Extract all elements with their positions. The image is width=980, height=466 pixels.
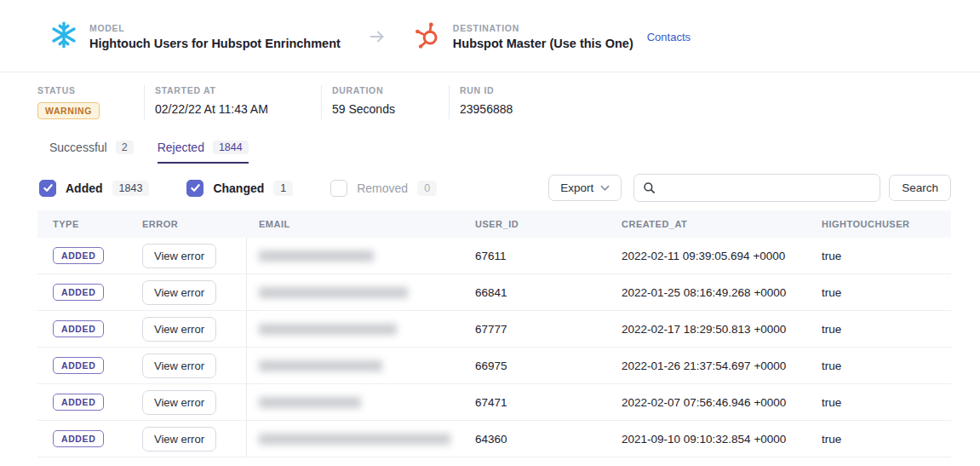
cell-user-id: 67471 [463, 396, 610, 409]
cell-hightouchuser: true [810, 250, 951, 262]
cell-hightouchuser: true [810, 360, 951, 372]
cell-created-at: 2022-02-07 07:56:46.946 +0000 [610, 396, 810, 409]
cell-hightouchuser: true [810, 433, 951, 446]
cell-created-at: 2022-01-25 08:16:49.268 +0000 [610, 286, 810, 299]
filter-added-count: 1843 [112, 181, 150, 196]
cell-user-id: 64360 [463, 433, 610, 446]
added-checkbox[interactable] [39, 180, 56, 197]
started-at-cell: STARTED AT 02/22/22 At 11:43 AM [145, 85, 322, 119]
column-header-email: EMAIL [247, 219, 463, 229]
filter-changed-label: Changed [213, 181, 264, 195]
row-type-badge: ADDED [53, 357, 104, 374]
arrow-right-icon [368, 27, 387, 46]
row-type-badge: ADDED [53, 284, 104, 301]
email-redacted [259, 434, 450, 445]
search-button[interactable]: Search [889, 175, 951, 201]
cell-user-id: 66841 [463, 286, 610, 299]
duration-cell: DURATION 59 Seconds [322, 85, 450, 119]
row-type-badge: ADDED [53, 247, 104, 264]
cell-created-at: 2022-02-11 09:39:05.694 +0000 [610, 250, 810, 262]
cell-created-at: 2022-02-17 18:29:50.813 +0000 [610, 323, 810, 336]
tab-rejected-label: Rejected [158, 141, 204, 154]
email-redacted [259, 360, 382, 371]
run-id-cell: RUN ID 23956888 [450, 85, 513, 119]
model-entity: MODEL Hightouch Users for Hubspot Enrinc… [49, 20, 341, 53]
tab-rejected[interactable]: Rejected 1844 [158, 141, 249, 164]
cell-user-id: 67777 [463, 323, 610, 336]
view-error-button[interactable]: View error [142, 390, 216, 415]
filter-added[interactable]: Added 1843 [39, 180, 149, 197]
search-icon [643, 181, 656, 194]
email-redacted [259, 324, 397, 335]
cell-hightouchuser: true [810, 323, 951, 336]
view-error-button[interactable]: View error [142, 244, 216, 268]
column-header-error: ERROR [127, 219, 247, 229]
email-redacted [259, 287, 408, 298]
tab-successful-count: 2 [116, 141, 134, 154]
view-error-button[interactable]: View error [142, 280, 216, 305]
chevron-down-icon [600, 185, 610, 192]
table-row: ADDED View error 67777 2022-02-17 18:29:… [37, 311, 951, 348]
table-body: ADDED View error 67611 2022-02-11 09:39:… [0, 238, 980, 457]
column-header-created-at: CREATED_AT [610, 219, 810, 229]
email-redacted [259, 250, 374, 262]
changed-checkbox[interactable] [186, 180, 203, 197]
tab-successful-label: Successful [49, 141, 107, 154]
run-id-label: RUN ID [460, 85, 513, 95]
search-box [633, 174, 880, 202]
cell-created-at: 2022-01-26 21:37:54.697 +0000 [610, 360, 810, 372]
filter-toolbar: Added 1843 Changed 1 Removed 0 Export Se… [0, 164, 980, 202]
table-row: ADDED View error 66975 2022-01-26 21:37:… [37, 348, 951, 384]
table-row: ADDED View error 67611 2022-02-11 09:39:… [37, 238, 951, 274]
view-error-button[interactable]: View error [142, 317, 216, 342]
duration-value: 59 Seconds [332, 102, 449, 116]
contacts-link[interactable]: Contacts [647, 31, 691, 43]
column-header-type: TYPE [37, 219, 127, 229]
row-type-badge: ADDED [53, 430, 104, 447]
duration-label: DURATION [332, 85, 449, 95]
started-at-value: 02/22/22 At 11:43 AM [155, 102, 321, 116]
destination-entity: DESTINATION Hubspot Master (Use this One… [414, 21, 633, 53]
started-at-label: STARTED AT [155, 85, 321, 95]
toolbar-right: Export Search [548, 174, 951, 202]
model-label: MODEL [89, 23, 341, 33]
filter-changed[interactable]: Changed 1 [186, 180, 293, 197]
snowflake-icon [49, 20, 78, 53]
table-row: ADDED View error 67471 2022-02-07 07:56:… [37, 384, 951, 421]
row-type-badge: ADDED [53, 394, 104, 411]
status-label: STATUS [37, 85, 144, 95]
table-row: ADDED View error 66841 2022-01-25 08:16:… [37, 274, 951, 311]
run-id-value: 23956888 [460, 102, 513, 116]
filter-added-label: Added [66, 181, 103, 195]
app-header: MODEL Hightouch Users for Hubspot Enrinc… [0, 0, 980, 72]
view-error-button[interactable]: View error [142, 354, 216, 378]
row-type-badge: ADDED [53, 320, 104, 337]
filter-removed-count: 0 [417, 181, 437, 196]
export-button[interactable]: Export [548, 175, 622, 201]
search-input[interactable] [662, 181, 871, 195]
cell-created-at: 2021-09-10 09:10:32.854 +0000 [610, 433, 810, 446]
cell-user-id: 66975 [463, 360, 610, 372]
status-bar: STATUS WARNING STARTED AT 02/22/22 At 11… [0, 72, 980, 130]
tab-rejected-count: 1844 [213, 141, 249, 154]
status-cell: STATUS WARNING [37, 85, 145, 119]
result-tabs: Successful 2 Rejected 1844 [0, 130, 980, 164]
table-header: TYPE ERROR EMAIL USER_ID CREATED_AT HIGH… [37, 210, 951, 238]
cell-user-id: 67611 [463, 250, 610, 262]
destination-label: DESTINATION [453, 23, 633, 33]
hubspot-icon [414, 21, 442, 53]
removed-checkbox[interactable] [330, 180, 347, 197]
model-name: Hightouch Users for Hubspot Enrinchment [89, 37, 341, 50]
view-error-button[interactable]: View error [142, 427, 216, 452]
cell-hightouchuser: true [810, 286, 951, 299]
filter-removed[interactable]: Removed 0 [330, 180, 437, 197]
cell-hightouchuser: true [810, 396, 951, 409]
column-header-hightouchuser: HIGHTOUCHUSER [810, 219, 951, 229]
rejected-rows-table: TYPE ERROR EMAIL USER_ID CREATED_AT HIGH… [0, 210, 980, 457]
status-badge: WARNING [37, 102, 100, 119]
column-header-user-id: USER_ID [463, 219, 610, 229]
filter-changed-count: 1 [273, 181, 293, 196]
export-button-label: Export [560, 181, 593, 194]
tab-successful[interactable]: Successful 2 [49, 141, 134, 164]
email-redacted [259, 397, 361, 408]
